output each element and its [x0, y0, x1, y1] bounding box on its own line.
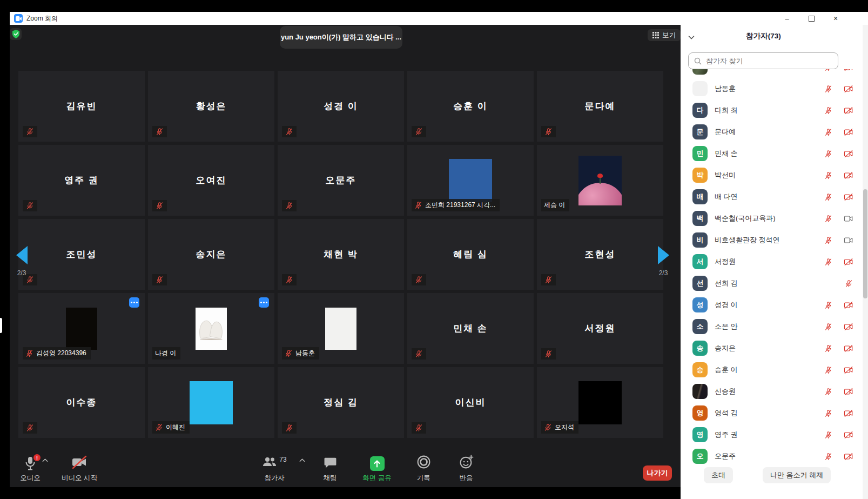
- participants-label: 참가자: [264, 474, 285, 483]
- reactions-button[interactable]: 반응: [445, 455, 487, 483]
- screen-edge-handle[interactable]: [0, 318, 2, 333]
- participant-tile[interactable]: 민채 손: [407, 293, 534, 364]
- video-off-icon: [844, 388, 853, 396]
- participant-row[interactable]: 영영석 김: [681, 402, 863, 424]
- participant-row[interactable]: 성성경 이: [681, 294, 863, 316]
- view-button[interactable]: 보기: [648, 29, 681, 41]
- participant-row[interactable]: 소소은 안: [681, 316, 863, 337]
- mic-muted-icon: [156, 202, 164, 210]
- participant-row[interactable]: 서서정원: [681, 251, 863, 272]
- record-button[interactable]: 기록: [402, 455, 445, 483]
- participant-tile[interactable]: 조현성: [537, 219, 663, 290]
- participant-name: 김성영 22034396: [36, 349, 86, 358]
- participant-row[interactable]: [681, 69, 863, 78]
- participant-tile[interactable]: 김유빈: [18, 71, 145, 142]
- participant-row[interactable]: 배배 다연: [681, 186, 863, 208]
- more-options-button[interactable]: [259, 297, 269, 308]
- audio-options-chevron[interactable]: [42, 455, 48, 464]
- participant-tile[interactable]: 문다예: [537, 71, 663, 142]
- share-screen-button[interactable]: 화면 공유: [354, 456, 400, 483]
- close-button[interactable]: ×: [827, 12, 844, 25]
- participant-tile[interactable]: 성경 이: [278, 71, 404, 142]
- audio-label: 오디오: [20, 474, 41, 483]
- participant-list[interactable]: 남동훈다다희 최문문다예민민채 손박박선미배배 다연백백순철(국어교육과)비비호…: [681, 69, 863, 464]
- record-label: 기록: [417, 474, 430, 483]
- arrow-left-icon[interactable]: [16, 246, 28, 264]
- participant-name: 오지석: [555, 423, 574, 432]
- mic-muted-icon: [824, 171, 832, 179]
- video-off-icon: [844, 366, 853, 374]
- participant-row[interactable]: 박박선미: [681, 164, 863, 186]
- panel-title: 참가자(73): [681, 31, 846, 41]
- participant-tile[interactable]: 김성영 22034396: [18, 293, 145, 364]
- participant-tile[interactable]: 황성은: [148, 71, 274, 142]
- participant-tile[interactable]: 서정원: [537, 293, 663, 364]
- participant-row[interactable]: 승승훈 이: [681, 359, 863, 381]
- participants-button[interactable]: 73 참가자: [252, 456, 297, 483]
- participant-row[interactable]: 문문다예: [681, 121, 863, 143]
- participant-tile[interactable]: 남동훈: [278, 293, 404, 364]
- participant-tile[interactable]: 나경 이: [148, 293, 274, 364]
- participant-row[interactable]: 영영주 권: [681, 424, 863, 445]
- security-shield-icon[interactable]: [10, 28, 22, 40]
- start-video-button[interactable]: 비디오 시작: [56, 455, 103, 483]
- participant-row[interactable]: 남동훈: [681, 78, 863, 99]
- participant-tile[interactable]: 오지석: [537, 367, 663, 438]
- avatar: 성: [692, 297, 708, 312]
- participant-tile[interactable]: 이수종: [18, 367, 145, 438]
- participant-tile[interactable]: 승훈 이: [407, 71, 534, 142]
- arrow-right-icon[interactable]: [658, 246, 669, 264]
- participants-options-chevron[interactable]: [299, 455, 305, 464]
- video-off-icon: [844, 344, 853, 352]
- participant-tile[interactable]: 영주 권: [18, 145, 145, 216]
- mic-muted-badge: [282, 200, 297, 211]
- participant-row[interactable]: 다다희 최: [681, 99, 863, 121]
- previous-page-control[interactable]: 2/3: [10, 246, 33, 277]
- participant-tile[interactable]: 이혜진: [148, 367, 274, 438]
- leave-button[interactable]: 나가기: [643, 465, 672, 481]
- mic-muted-icon: [285, 128, 293, 136]
- mic-muted-icon: [285, 276, 293, 284]
- participant-row[interactable]: 신승원: [681, 381, 863, 402]
- mic-muted-icon: [156, 128, 164, 136]
- record-circle-icon: [416, 455, 431, 471]
- participant-name: 오여진: [148, 145, 274, 216]
- participant-tile[interactable]: 채현 박: [278, 219, 404, 290]
- participant-tile[interactable]: 정심 김: [278, 367, 404, 438]
- participant-search-input[interactable]: [705, 56, 832, 65]
- participant-tile[interactable]: 제승 이: [537, 145, 663, 216]
- chat-button[interactable]: 채팅: [309, 456, 351, 483]
- avatar: 서: [692, 254, 708, 269]
- mic-muted-badge: [152, 274, 167, 285]
- panel-scrollbar-track[interactable]: [863, 25, 868, 499]
- panel-scrollbar-thumb[interactable]: [863, 189, 867, 298]
- participant-search-box[interactable]: [688, 52, 838, 69]
- participant-row[interactable]: 송송지은: [681, 337, 863, 359]
- participant-tile[interactable]: 조민희 21931267 시각...: [407, 145, 534, 216]
- restore-button[interactable]: [803, 12, 819, 25]
- tile-name-label: 오지석: [541, 421, 578, 434]
- participant-tile[interactable]: 송지은: [148, 219, 274, 290]
- next-page-control[interactable]: 2/3: [651, 246, 675, 277]
- participant-tile[interactable]: 혜림 심: [407, 219, 534, 290]
- participant-row[interactable]: 비비호생활관장 정석연: [681, 229, 863, 251]
- invite-button[interactable]: 초대: [704, 467, 733, 483]
- more-options-button[interactable]: [129, 297, 139, 308]
- participant-row[interactable]: 오오문주: [681, 445, 863, 464]
- people-icon: [262, 456, 277, 468]
- participant-tile[interactable]: 이신비: [407, 367, 534, 438]
- mic-muted-icon: [824, 431, 832, 439]
- minimize-button[interactable]: –: [779, 12, 795, 25]
- avatar: 다: [692, 103, 708, 118]
- participant-tile[interactable]: 오문주: [278, 145, 404, 216]
- participant-name: 남동훈: [295, 349, 315, 358]
- view-button-label: 보기: [662, 31, 676, 40]
- participant-row[interactable]: 백백순철(국어교육과): [681, 208, 863, 229]
- participant-row[interactable]: 민민채 손: [681, 143, 863, 164]
- unmute-self-button[interactable]: 나만 음소거 해제: [763, 467, 831, 483]
- participant-row[interactable]: 선선희 김: [681, 272, 863, 294]
- participant-tile[interactable]: 오여진: [148, 145, 274, 216]
- participant-tile[interactable]: 조민성: [18, 219, 145, 290]
- participant-name: 승훈 이: [715, 365, 823, 375]
- mic-muted-badge: [412, 126, 426, 137]
